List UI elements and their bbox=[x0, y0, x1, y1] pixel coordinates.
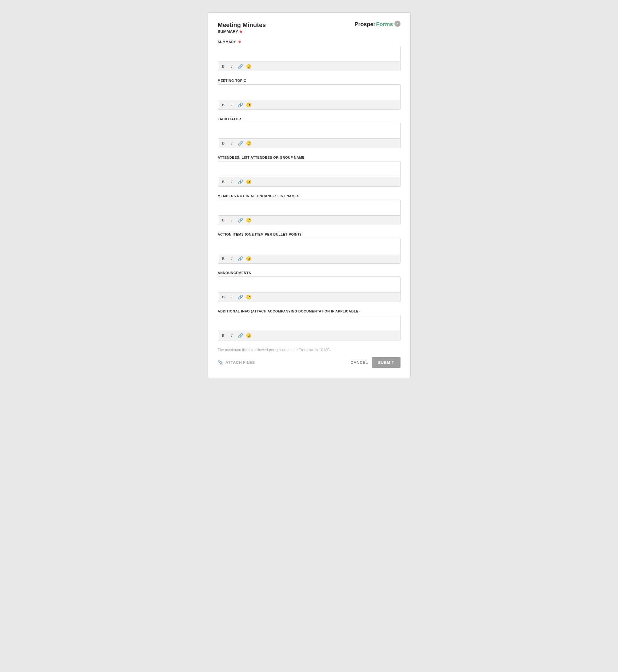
bold-button[interactable]: B bbox=[221, 255, 226, 262]
fields-container: SUMMARY ★BI🔗🙂MEETING TOPICBI🔗🙂FACILITATO… bbox=[218, 40, 401, 340]
file-size-note: The maximum file size allowed per upload… bbox=[218, 348, 401, 352]
emoji-icon[interactable]: 🙂 bbox=[246, 179, 251, 184]
emoji-icon[interactable]: 🙂 bbox=[246, 295, 251, 300]
toolbar-action_items: BI🔗🙂 bbox=[218, 254, 400, 263]
editor-wrapper-summary: BI🔗🙂 bbox=[218, 46, 401, 71]
italic-button[interactable]: I bbox=[229, 217, 235, 223]
bold-button[interactable]: B bbox=[221, 217, 226, 223]
italic-button[interactable]: I bbox=[229, 179, 235, 185]
field-group-summary: SUMMARY ★BI🔗🙂 bbox=[218, 40, 401, 71]
cancel-button[interactable]: CANCEL bbox=[350, 360, 368, 365]
emoji-icon[interactable]: 🙂 bbox=[246, 64, 251, 69]
link-icon[interactable]: 🔗 bbox=[238, 64, 243, 69]
toolbar-attendees: BI🔗🙂 bbox=[218, 177, 400, 186]
label-meeting_topic: MEETING TOPIC bbox=[218, 79, 401, 83]
italic-button[interactable]: I bbox=[229, 332, 235, 339]
field-group-announcements: ANNOUNCEMENTSBI🔗🙂 bbox=[218, 271, 401, 302]
label-members_not_attending: MEMBERS NOT IN ATTENDANCE: LIST NAMES bbox=[218, 194, 401, 198]
italic-button[interactable]: I bbox=[229, 140, 235, 146]
textarea-additional_info[interactable] bbox=[218, 315, 400, 329]
editor-wrapper-attendees: BI🔗🙂 bbox=[218, 161, 401, 187]
logo: ProsperForms bbox=[354, 21, 393, 28]
textarea-members_not_attending[interactable] bbox=[218, 200, 400, 214]
label-additional_info: ADDITIONAL INFO (ATTACH ACCOMPANYING DOC… bbox=[218, 309, 401, 313]
paperclip-icon: 📎 bbox=[218, 360, 224, 365]
form-title: Meeting Minutes bbox=[218, 21, 266, 29]
field-group-attendees: ATTENDEES: LIST ATTENDEES OR GROUP NAMEB… bbox=[218, 155, 401, 187]
link-icon[interactable]: 🔗 bbox=[238, 141, 243, 146]
editor-wrapper-action_items: BI🔗🙂 bbox=[218, 238, 401, 263]
logo-prosper: Prosper bbox=[354, 21, 375, 28]
link-icon[interactable]: 🔗 bbox=[238, 218, 243, 223]
emoji-icon[interactable]: 🙂 bbox=[246, 256, 251, 261]
field-group-facilitator: FACILITATORBI🔗🙂 bbox=[218, 117, 401, 148]
textarea-facilitator[interactable] bbox=[218, 123, 400, 137]
label-attendees: ATTENDEES: LIST ATTENDEES OR GROUP NAME bbox=[218, 155, 401, 159]
submit-button[interactable]: SUBMIT bbox=[372, 357, 401, 368]
bold-button[interactable]: B bbox=[221, 179, 226, 185]
form-subtitle: SUMMARY★ bbox=[218, 29, 266, 34]
editor-wrapper-announcements: BI🔗🙂 bbox=[218, 276, 401, 302]
emoji-icon[interactable]: 🙂 bbox=[246, 141, 251, 146]
bold-button[interactable]: B bbox=[221, 332, 226, 339]
emoji-icon[interactable]: 🙂 bbox=[246, 218, 251, 223]
toolbar-facilitator: BI🔗🙂 bbox=[218, 138, 400, 148]
bold-button[interactable]: B bbox=[221, 140, 226, 146]
logo-forms: Forms bbox=[376, 21, 393, 28]
emoji-icon[interactable]: 🙂 bbox=[246, 102, 251, 107]
emoji-icon[interactable]: 🙂 bbox=[246, 333, 251, 338]
italic-button[interactable]: I bbox=[229, 255, 235, 262]
required-indicator: ★ bbox=[237, 40, 241, 44]
italic-button[interactable]: I bbox=[229, 102, 235, 108]
editor-wrapper-meeting_topic: BI🔗🙂 bbox=[218, 84, 401, 110]
editor-wrapper-members_not_attending: BI🔗🙂 bbox=[218, 200, 401, 225]
textarea-summary[interactable] bbox=[218, 46, 400, 60]
title-block: Meeting Minutes SUMMARY★ bbox=[218, 21, 266, 34]
italic-button[interactable]: I bbox=[229, 64, 235, 70]
toolbar-announcements: BI🔗🙂 bbox=[218, 292, 400, 302]
link-icon[interactable]: 🔗 bbox=[238, 295, 243, 300]
submit-cancel-group: CANCEL SUBMIT bbox=[350, 357, 400, 368]
attach-label: ATTACH FILES bbox=[225, 360, 255, 365]
field-group-members_not_attending: MEMBERS NOT IN ATTENDANCE: LIST NAMESBI🔗… bbox=[218, 194, 401, 225]
attach-files-button[interactable]: 📎 ATTACH FILES bbox=[218, 360, 255, 365]
bold-button[interactable]: B bbox=[221, 294, 226, 300]
textarea-meeting_topic[interactable] bbox=[218, 85, 400, 99]
link-icon[interactable]: 🔗 bbox=[238, 333, 243, 338]
textarea-announcements[interactable] bbox=[218, 277, 400, 291]
field-group-action_items: ACTION ITEMS (ONE ITEM PER BULLET POINT)… bbox=[218, 232, 401, 263]
toolbar-members_not_attending: BI🔗🙂 bbox=[218, 215, 400, 225]
field-group-additional_info: ADDITIONAL INFO (ATTACH ACCOMPANYING DOC… bbox=[218, 309, 401, 340]
field-group-meeting_topic: MEETING TOPICBI🔗🙂 bbox=[218, 79, 401, 110]
editor-wrapper-additional_info: BI🔗🙂 bbox=[218, 315, 401, 340]
toolbar-additional_info: BI🔗🙂 bbox=[218, 331, 400, 340]
label-announcements: ANNOUNCEMENTS bbox=[218, 271, 401, 274]
label-summary: SUMMARY ★ bbox=[218, 40, 401, 44]
link-icon[interactable]: 🔗 bbox=[238, 256, 243, 261]
close-button[interactable]: × bbox=[394, 21, 401, 27]
editor-wrapper-facilitator: BI🔗🙂 bbox=[218, 123, 401, 148]
bold-button[interactable]: B bbox=[221, 102, 226, 108]
link-icon[interactable]: 🔗 bbox=[238, 179, 243, 184]
toolbar-summary: BI🔗🙂 bbox=[218, 62, 400, 71]
toolbar-meeting_topic: BI🔗🙂 bbox=[218, 100, 400, 109]
form-header: Meeting Minutes SUMMARY★ ProsperForms × bbox=[218, 21, 401, 34]
textarea-action_items[interactable] bbox=[218, 238, 400, 252]
header-right: ProsperForms × bbox=[354, 21, 400, 28]
required-indicator: ★ bbox=[239, 29, 243, 34]
italic-button[interactable]: I bbox=[229, 294, 235, 300]
label-action_items: ACTION ITEMS (ONE ITEM PER BULLET POINT) bbox=[218, 232, 401, 236]
bold-button[interactable]: B bbox=[221, 64, 226, 70]
form-container: Meeting Minutes SUMMARY★ ProsperForms × … bbox=[208, 12, 411, 378]
label-facilitator: FACILITATOR bbox=[218, 117, 401, 121]
textarea-attendees[interactable] bbox=[218, 161, 400, 176]
footer-actions: 📎 ATTACH FILES CANCEL SUBMIT bbox=[218, 357, 401, 368]
link-icon[interactable]: 🔗 bbox=[238, 102, 243, 107]
